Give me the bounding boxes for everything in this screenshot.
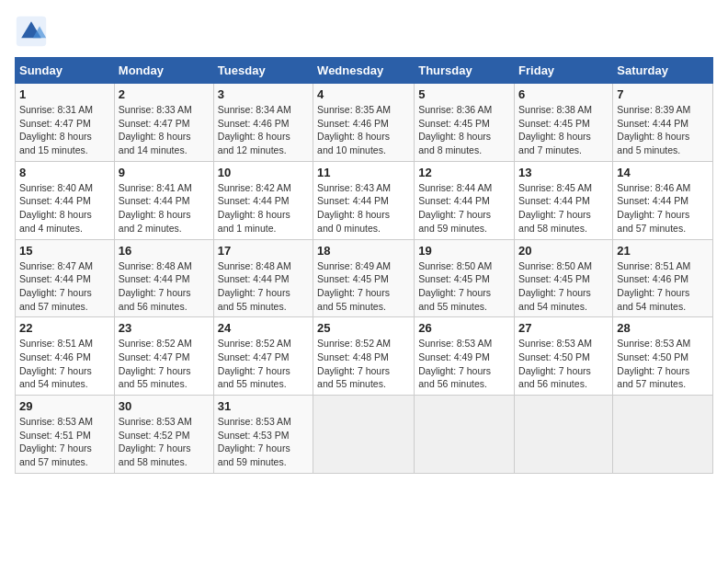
day-number: 11 [317, 166, 410, 179]
calendar-cell: 3Sunrise: 8:34 AM Sunset: 4:46 PM Daylig… [213, 84, 313, 162]
day-number: 30 [119, 399, 210, 413]
day-number: 28 [617, 321, 709, 335]
column-header-tuesday: Tuesday [213, 58, 313, 84]
calendar-header-row: SundayMondayTuesdayWednesdayThursdayFrid… [16, 58, 713, 84]
day-detail: Sunrise: 8:36 AM Sunset: 4:45 PM Dayligh… [418, 103, 510, 157]
day-detail: Sunrise: 8:31 AM Sunset: 4:47 PM Dayligh… [19, 103, 110, 157]
column-header-saturday: Saturday [613, 58, 713, 84]
day-detail: Sunrise: 8:49 AM Sunset: 4:45 PM Dayligh… [317, 259, 410, 314]
day-detail: Sunrise: 8:39 AM Sunset: 4:44 PM Dayligh… [617, 103, 709, 157]
calendar-table: SundayMondayTuesdayWednesdayThursdayFrid… [15, 57, 713, 474]
calendar-week-row: 15Sunrise: 8:47 AM Sunset: 4:44 PM Dayli… [16, 239, 713, 317]
calendar-cell: 2Sunrise: 8:33 AM Sunset: 4:47 PM Daylig… [114, 84, 213, 162]
calendar-cell: 5Sunrise: 8:36 AM Sunset: 4:45 PM Daylig… [415, 84, 515, 162]
calendar-cell: 10Sunrise: 8:42 AM Sunset: 4:44 PM Dayli… [213, 161, 313, 239]
calendar-cell: 29Sunrise: 8:53 AM Sunset: 4:51 PM Dayli… [16, 396, 115, 474]
day-number: 12 [418, 166, 510, 179]
day-number: 5 [418, 87, 510, 101]
calendar-cell: 11Sunrise: 8:43 AM Sunset: 4:44 PM Dayli… [313, 161, 415, 239]
day-detail: Sunrise: 8:50 AM Sunset: 4:45 PM Dayligh… [518, 259, 609, 314]
day-number: 26 [418, 321, 510, 335]
column-header-sunday: Sunday [16, 58, 115, 84]
day-detail: Sunrise: 8:33 AM Sunset: 4:47 PM Dayligh… [119, 103, 210, 157]
day-number: 9 [119, 166, 210, 179]
calendar-cell: 13Sunrise: 8:45 AM Sunset: 4:44 PM Dayli… [515, 161, 613, 239]
calendar-cell: 31Sunrise: 8:53 AM Sunset: 4:53 PM Dayli… [213, 396, 313, 474]
day-detail: Sunrise: 8:50 AM Sunset: 4:45 PM Dayligh… [418, 259, 510, 314]
column-header-friday: Friday [515, 58, 613, 84]
calendar-cell: 22Sunrise: 8:51 AM Sunset: 4:46 PM Dayli… [16, 317, 115, 396]
day-number: 18 [317, 244, 410, 258]
calendar-week-row: 29Sunrise: 8:53 AM Sunset: 4:51 PM Dayli… [16, 396, 713, 474]
day-number: 19 [418, 244, 510, 258]
calendar-cell: 21Sunrise: 8:51 AM Sunset: 4:46 PM Dayli… [613, 239, 713, 317]
day-number: 25 [317, 321, 410, 335]
calendar-cell: 24Sunrise: 8:52 AM Sunset: 4:47 PM Dayli… [213, 317, 313, 396]
day-detail: Sunrise: 8:38 AM Sunset: 4:45 PM Dayligh… [518, 103, 609, 157]
day-detail: Sunrise: 8:53 AM Sunset: 4:50 PM Dayligh… [518, 337, 609, 391]
calendar-cell: 4Sunrise: 8:35 AM Sunset: 4:46 PM Daylig… [313, 84, 415, 162]
calendar-cell: 6Sunrise: 8:38 AM Sunset: 4:45 PM Daylig… [515, 84, 613, 162]
calendar-cell: 17Sunrise: 8:48 AM Sunset: 4:44 PM Dayli… [213, 239, 313, 317]
day-number: 22 [19, 321, 110, 335]
day-detail: Sunrise: 8:52 AM Sunset: 4:47 PM Dayligh… [119, 337, 210, 391]
calendar-cell: 28Sunrise: 8:53 AM Sunset: 4:50 PM Dayli… [613, 317, 713, 396]
calendar-cell: 27Sunrise: 8:53 AM Sunset: 4:50 PM Dayli… [515, 317, 613, 396]
day-number: 4 [317, 87, 410, 101]
day-number: 27 [518, 321, 609, 335]
day-detail: Sunrise: 8:51 AM Sunset: 4:46 PM Dayligh… [617, 259, 709, 314]
day-detail: Sunrise: 8:48 AM Sunset: 4:44 PM Dayligh… [119, 259, 210, 314]
day-number: 24 [218, 321, 309, 335]
calendar-cell: 8Sunrise: 8:40 AM Sunset: 4:44 PM Daylig… [16, 161, 115, 239]
column-header-wednesday: Wednesday [313, 58, 415, 84]
calendar-cell: 20Sunrise: 8:50 AM Sunset: 4:45 PM Dayli… [515, 239, 613, 317]
calendar-cell: 16Sunrise: 8:48 AM Sunset: 4:44 PM Dayli… [114, 239, 213, 317]
day-detail: Sunrise: 8:52 AM Sunset: 4:47 PM Dayligh… [218, 337, 309, 391]
day-detail: Sunrise: 8:53 AM Sunset: 4:53 PM Dayligh… [218, 415, 309, 469]
day-detail: Sunrise: 8:48 AM Sunset: 4:44 PM Dayligh… [218, 259, 309, 314]
day-detail: Sunrise: 8:41 AM Sunset: 4:44 PM Dayligh… [119, 181, 210, 236]
calendar-cell: 9Sunrise: 8:41 AM Sunset: 4:44 PM Daylig… [114, 161, 213, 239]
column-header-thursday: Thursday [415, 58, 515, 84]
day-number: 2 [119, 87, 210, 101]
day-number: 7 [617, 87, 709, 101]
day-number: 20 [518, 244, 609, 258]
calendar-cell: 23Sunrise: 8:52 AM Sunset: 4:47 PM Dayli… [114, 317, 213, 396]
logo-icon [15, 15, 48, 48]
day-number: 3 [218, 87, 309, 101]
day-detail: Sunrise: 8:52 AM Sunset: 4:48 PM Dayligh… [317, 337, 410, 391]
day-detail: Sunrise: 8:45 AM Sunset: 4:44 PM Dayligh… [518, 181, 609, 236]
calendar-cell: 25Sunrise: 8:52 AM Sunset: 4:48 PM Dayli… [313, 317, 415, 396]
day-number: 21 [617, 244, 709, 258]
calendar-cell [613, 396, 713, 474]
day-detail: Sunrise: 8:40 AM Sunset: 4:44 PM Dayligh… [19, 181, 110, 236]
calendar-cell: 18Sunrise: 8:49 AM Sunset: 4:45 PM Dayli… [313, 239, 415, 317]
calendar-cell: 15Sunrise: 8:47 AM Sunset: 4:44 PM Dayli… [16, 239, 115, 317]
day-number: 29 [19, 399, 110, 413]
day-number: 13 [518, 166, 609, 179]
day-detail: Sunrise: 8:43 AM Sunset: 4:44 PM Dayligh… [317, 181, 410, 236]
day-detail: Sunrise: 8:35 AM Sunset: 4:46 PM Dayligh… [317, 103, 410, 157]
day-number: 14 [617, 166, 709, 179]
day-detail: Sunrise: 8:53 AM Sunset: 4:52 PM Dayligh… [119, 415, 210, 469]
calendar-week-row: 8Sunrise: 8:40 AM Sunset: 4:44 PM Daylig… [16, 161, 713, 239]
calendar-cell [515, 396, 613, 474]
calendar-cell: 1Sunrise: 8:31 AM Sunset: 4:47 PM Daylig… [16, 84, 115, 162]
day-number: 31 [218, 399, 309, 413]
calendar-cell [415, 396, 515, 474]
day-detail: Sunrise: 8:47 AM Sunset: 4:44 PM Dayligh… [19, 259, 110, 314]
day-number: 6 [518, 87, 609, 101]
page-header [15, 15, 713, 48]
calendar-week-row: 22Sunrise: 8:51 AM Sunset: 4:46 PM Dayli… [16, 317, 713, 396]
column-header-monday: Monday [114, 58, 213, 84]
day-detail: Sunrise: 8:42 AM Sunset: 4:44 PM Dayligh… [218, 181, 309, 236]
calendar-cell: 19Sunrise: 8:50 AM Sunset: 4:45 PM Dayli… [415, 239, 515, 317]
day-detail: Sunrise: 8:46 AM Sunset: 4:44 PM Dayligh… [617, 181, 709, 236]
day-detail: Sunrise: 8:53 AM Sunset: 4:51 PM Dayligh… [19, 415, 110, 469]
day-number: 1 [19, 87, 110, 101]
day-number: 10 [218, 166, 309, 179]
calendar-cell: 14Sunrise: 8:46 AM Sunset: 4:44 PM Dayli… [613, 161, 713, 239]
day-number: 8 [19, 166, 110, 179]
day-detail: Sunrise: 8:53 AM Sunset: 4:50 PM Dayligh… [617, 337, 709, 391]
day-detail: Sunrise: 8:53 AM Sunset: 4:49 PM Dayligh… [418, 337, 510, 391]
